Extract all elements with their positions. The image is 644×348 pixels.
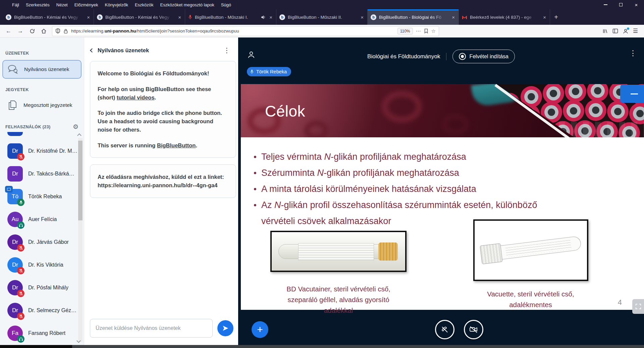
user-list-item[interactable]: Au Auer Felícia	[0, 208, 84, 231]
share-webcam-button[interactable]	[464, 320, 483, 339]
tab-bbb-muszaki-2[interactable]: b BigBlueButton - Műszaki II. ×	[276, 9, 368, 25]
tab-bbb-kemiai-2[interactable]: b BigBlueButton - Kémiai és Vegy ×	[94, 9, 185, 25]
fullscreen-button[interactable]	[632, 299, 644, 314]
tab-close-icon[interactable]: ×	[360, 14, 364, 20]
tab-bbb-muszaki-1[interactable]: BigBlueButton - Műszaki I. ×	[185, 9, 276, 25]
slide-bullet-list: Teljes vérminta N-glikán profiljának meg…	[241, 137, 644, 229]
avatar: Tö	[7, 189, 23, 204]
menu-synced-tabs[interactable]: Eszközöket megosztó lapok	[157, 2, 218, 7]
tab-audio-speaker-icon[interactable]	[261, 15, 266, 19]
notes-section-label: JEGYETEK	[0, 87, 84, 92]
chat-options-kebab-icon[interactable]: ⋮	[222, 46, 231, 54]
tube-body-decor	[278, 244, 380, 259]
user-list: Dr Dr. Kristófné Dr. M… Dr Dr. Takács-Bá…	[0, 140, 84, 345]
user-list-item[interactable]: Dr Dr. Takács-Bárká…	[0, 162, 84, 185]
url-scheme: https://elearning.	[71, 28, 105, 33]
welcome-post: !	[207, 70, 209, 76]
tab-close-icon[interactable]: ×	[269, 14, 273, 20]
presentation-slide: Célok Teljes vérminta N-glikán profilján…	[241, 84, 644, 310]
hamburger-menu-icon[interactable]: ☰	[633, 27, 638, 34]
start-recording-button[interactable]: Felvétel indítása	[452, 50, 515, 63]
minimize-presentation-button[interactable]	[620, 85, 644, 103]
title-divider	[446, 53, 446, 60]
home-button[interactable]	[39, 26, 49, 36]
menu-edit[interactable]: Szerkesztés	[22, 2, 53, 7]
tube-body-decor	[500, 236, 582, 260]
blood-cell-decor	[382, 91, 422, 123]
user-list-scrollbar[interactable]	[78, 138, 83, 342]
url-bar[interactable]: https://elearning.uni-pannon.hu/html5cli…	[52, 26, 439, 36]
tab-close-icon[interactable]: ×	[542, 14, 547, 20]
url-text[interactable]: https://elearning.uni-pannon.hu/html5cli…	[71, 28, 394, 33]
blood-cell-decor	[305, 121, 328, 137]
bigbluebutton-favicon: b	[6, 14, 11, 20]
new-tab-button[interactable]: +	[550, 9, 562, 25]
menu-bookmarks[interactable]: Könyvjelzők	[102, 2, 131, 7]
users-settings-gear-icon[interactable]: ⚙	[73, 123, 78, 131]
menu-history[interactable]: Előzmények	[71, 2, 102, 7]
user-list-item[interactable]: Fa Farsang Róbert	[0, 322, 84, 345]
talker-mic-icon	[250, 69, 254, 74]
help-post: .	[155, 94, 156, 100]
leave-audio-button[interactable]	[435, 320, 454, 339]
sidebar-item-public-chat[interactable]: Nyilvános üzenetek	[2, 60, 82, 79]
account-icon[interactable]	[623, 28, 628, 34]
tab-gmail-inbox[interactable]: Beérkező levelek (4 837) - ege ×	[459, 9, 550, 25]
lock-icon[interactable]	[63, 28, 68, 34]
options-kebab-icon[interactable]: ⋮	[627, 49, 639, 58]
tab-close-icon[interactable]: ×	[86, 14, 91, 20]
page-actions-icon[interactable]: ⋯	[416, 28, 421, 34]
mic-muted-badge	[17, 244, 24, 252]
avatar-initials: Dr	[12, 170, 18, 177]
menu-view[interactable]: Nézet	[53, 2, 71, 7]
mic-muted-badge	[17, 153, 24, 160]
user-list-item[interactable]: Tö Török Rebeka	[0, 185, 84, 208]
tab-close-icon[interactable]: ×	[451, 14, 455, 20]
tab-bbb-biologiai-active[interactable]: b BigBlueButton - Biológiai és Fö ×	[368, 9, 459, 25]
vacutainer-tube-image	[270, 231, 407, 272]
user-list-item[interactable]: Dr Dr. Kristófné Dr. M…	[0, 140, 84, 162]
scroll-up-chevron-icon[interactable]	[77, 133, 82, 138]
bigbluebutton-favicon: b	[371, 14, 376, 20]
user-list-item[interactable]: Dr Dr. Kis Viktória	[0, 254, 84, 276]
chat-message-input[interactable]	[90, 319, 213, 338]
bigbluebutton-link[interactable]: BigBlueButton	[157, 142, 196, 148]
user-list-item[interactable]: Dr Dr. Selmeczy Géz…	[0, 299, 84, 322]
zoom-level-badge[interactable]: 110%	[397, 28, 413, 34]
menu-file[interactable]: Fájl	[9, 2, 22, 7]
menu-help[interactable]: Súgó	[218, 2, 234, 7]
slide-header-image: Célok	[241, 84, 644, 137]
bottom-strip-black	[0, 345, 72, 348]
tab-bbb-kemiai-1[interactable]: b BigBlueButton - Kémiai és Vegy ×	[3, 9, 94, 25]
scrollbar-thumb[interactable]	[78, 141, 83, 220]
sidebar-toggle-icon[interactable]	[612, 28, 618, 33]
sidebar-item-shared-notes[interactable]: Megosztott jegyzetek	[2, 96, 82, 114]
bookmark-flag-icon[interactable]	[424, 28, 428, 33]
menu-tools[interactable]: Eszközök	[131, 2, 157, 7]
bookmark-star-icon[interactable]: ☆	[431, 28, 436, 34]
avatar-initials: Dr	[12, 284, 18, 291]
window-minimize-button[interactable]	[598, 0, 613, 9]
tutorial-videos-link[interactable]: tutorial videos	[117, 94, 155, 100]
tracking-shield-icon[interactable]	[55, 28, 60, 34]
user-list-item[interactable]: Dr Dr. Járvás Gábor	[0, 231, 84, 254]
back-chevron-icon[interactable]	[90, 48, 94, 53]
reload-button[interactable]	[27, 26, 37, 36]
presenter-badge	[5, 186, 13, 193]
window-close-button[interactable]: ×	[629, 0, 644, 9]
active-talker-pill[interactable]: Török Rebeka	[247, 67, 291, 76]
bbb-main-area: Biológiai és Földtudományok Felvétel ind…	[238, 38, 644, 345]
user-list-item[interactable]: Dr Dr. Pósfai Mihály	[0, 276, 84, 299]
forward-button[interactable]: →	[15, 26, 25, 36]
actions-plus-button[interactable]: +	[252, 321, 268, 338]
mic-muted-badge	[17, 312, 24, 320]
send-message-button[interactable]	[217, 320, 233, 336]
bbb-side-navigation: ÜZENETEK Nyilvános üzenetek JEGYETEK Meg…	[0, 38, 84, 345]
chat-title: Nyilvános üzenetek	[98, 47, 149, 54]
slide-heading: Célok	[265, 102, 305, 120]
library-icon[interactable]	[602, 28, 608, 34]
user-name: Dr. Pósfai Mihály	[28, 285, 68, 291]
back-button[interactable]: ←	[3, 26, 14, 36]
tab-close-icon[interactable]: ×	[177, 14, 182, 20]
window-maximize-button[interactable]	[613, 0, 629, 9]
